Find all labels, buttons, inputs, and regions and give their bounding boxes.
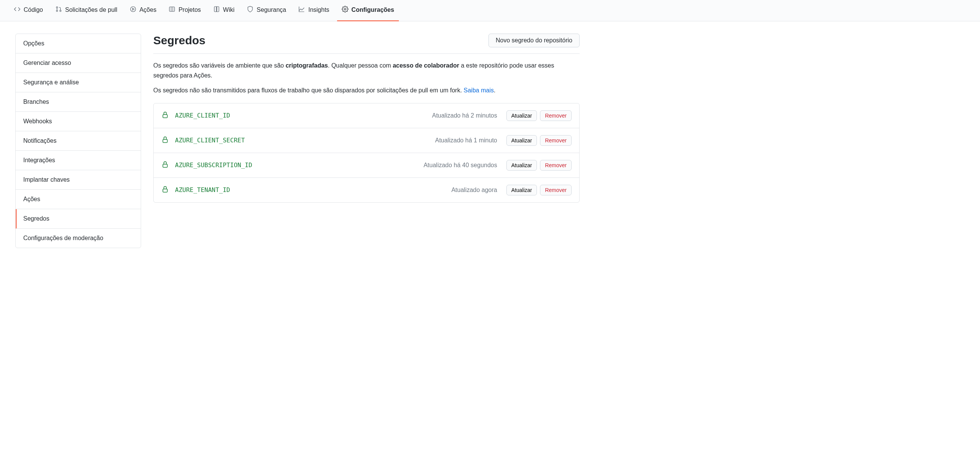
tab-gear[interactable]: Configurações <box>337 0 399 21</box>
tab-shield[interactable]: Segurança <box>242 0 291 21</box>
remove-secret-button[interactable]: Remover <box>540 185 572 195</box>
update-secret-button[interactable]: Atualizar <box>506 135 537 146</box>
gear-icon <box>342 6 349 14</box>
description-paragraph-2: Os segredos não são transmitidos para fl… <box>153 85 580 95</box>
code-icon <box>14 6 21 14</box>
secret-updated: Atualizado há 2 minutos <box>432 112 497 119</box>
sidebar-item[interactable]: Segurança e análise <box>16 73 141 92</box>
git-pull-request-icon <box>55 6 62 14</box>
main-content: Segredos Novo segredo do repositório Os … <box>153 34 580 248</box>
sidebar-item[interactable]: Ações <box>16 190 141 209</box>
text-bold: acesso de colaborador <box>393 62 459 69</box>
svg-rect-13 <box>163 189 167 192</box>
secret-name[interactable]: AZURE_SUBSCRIPTION_ID <box>175 161 252 169</box>
tab-label: Código <box>24 6 43 13</box>
update-secret-button[interactable]: Atualizar <box>506 185 537 195</box>
svg-rect-10 <box>163 115 167 118</box>
svg-point-1 <box>56 10 58 12</box>
tab-label: Projetos <box>178 6 201 13</box>
learn-more-link[interactable]: Saiba mais <box>464 87 494 94</box>
text: Os segredos não são transmitidos para fl… <box>153 87 464 94</box>
svg-rect-11 <box>163 139 167 142</box>
tab-code[interactable]: Código <box>9 0 48 21</box>
text: . Qualquer pessoa com <box>328 62 393 69</box>
secrets-list: AZURE_CLIENT_IDAtualizado há 2 minutosAt… <box>153 103 580 203</box>
secret-updated: Atualizado agora <box>451 187 497 194</box>
text: . <box>494 87 495 94</box>
tab-label: Configurações <box>352 6 394 13</box>
sidebar-item[interactable]: Webhooks <box>16 112 141 131</box>
sidebar-item[interactable]: Configurações de moderação <box>16 229 141 248</box>
tab-play[interactable]: Ações <box>125 0 161 21</box>
text-bold: criptografadas <box>286 62 328 69</box>
sidebar-item[interactable]: Branches <box>16 92 141 112</box>
lock-icon <box>161 111 169 120</box>
book-icon <box>213 6 220 14</box>
play-icon <box>130 6 137 14</box>
secret-row: AZURE_CLIENT_IDAtualizado há 2 minutosAt… <box>154 103 579 128</box>
new-secret-button[interactable]: Novo segredo do repositório <box>488 34 580 47</box>
settings-sidebar: OpçõesGerenciar acessoSegurança e anális… <box>15 34 141 248</box>
update-secret-button[interactable]: Atualizar <box>506 110 537 121</box>
secret-row: AZURE_CLIENT_SECRETAtualizado há 1 minut… <box>154 128 579 153</box>
svg-point-2 <box>59 10 61 12</box>
lock-icon <box>161 185 169 194</box>
secret-name[interactable]: AZURE_TENANT_ID <box>175 186 230 194</box>
remove-secret-button[interactable]: Remover <box>540 160 572 171</box>
tab-label: Wiki <box>223 6 235 13</box>
shield-icon <box>247 6 254 14</box>
tab-graph[interactable]: Insights <box>294 0 334 21</box>
text: Os segredos são variáveis de ambiente qu… <box>153 62 286 69</box>
secret-name[interactable]: AZURE_CLIENT_SECRET <box>175 137 245 144</box>
sidebar-item[interactable]: Notificações <box>16 131 141 151</box>
secret-updated: Atualizado há 1 minuto <box>435 137 497 144</box>
remove-secret-button[interactable]: Remover <box>540 135 572 146</box>
svg-point-9 <box>344 8 346 10</box>
secret-name[interactable]: AZURE_CLIENT_ID <box>175 112 230 119</box>
description-paragraph-1: Os segredos são variáveis de ambiente qu… <box>153 61 580 80</box>
tab-git-pull-request[interactable]: Solicitações de pull <box>51 0 122 21</box>
tab-label: Segurança <box>257 6 286 13</box>
project-icon <box>169 6 175 14</box>
sidebar-item[interactable]: Gerenciar acesso <box>16 53 141 73</box>
graph-icon <box>298 6 305 14</box>
secret-updated: Atualizado há 40 segundos <box>424 162 497 169</box>
update-secret-button[interactable]: Atualizar <box>506 160 537 171</box>
repo-topnav: CódigoSolicitações de pullAçõesProjetosW… <box>0 0 980 21</box>
tab-project[interactable]: Projetos <box>164 0 206 21</box>
sidebar-item[interactable]: Implantar chaves <box>16 170 141 190</box>
sidebar-item[interactable]: Segredos <box>16 209 141 229</box>
tab-label: Insights <box>308 6 329 13</box>
svg-point-4 <box>130 6 136 12</box>
svg-rect-12 <box>163 164 167 167</box>
svg-marker-5 <box>132 8 134 10</box>
svg-rect-6 <box>169 7 175 11</box>
secret-row: AZURE_SUBSCRIPTION_IDAtualizado há 40 se… <box>154 153 579 178</box>
lock-icon <box>161 161 169 169</box>
page-header: Segredos Novo segredo do repositório <box>153 34 580 54</box>
tab-book[interactable]: Wiki <box>209 0 239 21</box>
tab-label: Ações <box>140 6 156 13</box>
page-title: Segredos <box>153 34 206 47</box>
sidebar-item[interactable]: Integrações <box>16 151 141 170</box>
tab-label: Solicitações de pull <box>65 6 117 13</box>
sidebar-item[interactable]: Opções <box>16 34 141 53</box>
lock-icon <box>161 136 169 145</box>
remove-secret-button[interactable]: Remover <box>540 110 572 121</box>
svg-point-0 <box>56 7 58 8</box>
secret-row: AZURE_TENANT_IDAtualizado agoraAtualizar… <box>154 178 579 202</box>
